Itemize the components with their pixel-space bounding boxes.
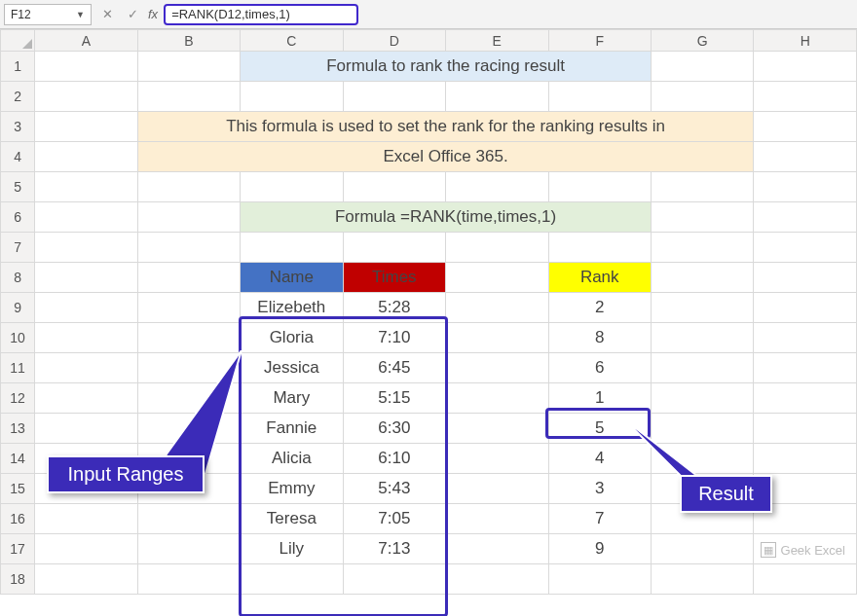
cell[interactable] xyxy=(651,534,753,564)
cell[interactable] xyxy=(35,82,137,112)
row-header[interactable]: 14 xyxy=(1,444,35,474)
data-name-cell[interactable]: Elizebeth xyxy=(241,293,343,323)
data-times-cell[interactable]: 6:45 xyxy=(343,353,445,383)
row-header[interactable]: 9 xyxy=(1,293,35,323)
data-rank-cell[interactable]: 6 xyxy=(548,353,651,383)
cell[interactable] xyxy=(446,172,548,202)
cell[interactable] xyxy=(754,172,857,202)
row-header[interactable]: 1 xyxy=(1,52,35,82)
cell[interactable] xyxy=(35,414,137,444)
cell[interactable] xyxy=(241,564,343,595)
col-header[interactable]: F xyxy=(548,30,651,52)
cell[interactable] xyxy=(548,233,651,263)
cell[interactable] xyxy=(137,293,240,323)
col-header[interactable]: E xyxy=(446,30,548,52)
formula-input[interactable]: =RANK(D12,times,1) xyxy=(164,4,358,25)
row-header[interactable]: 10 xyxy=(1,323,35,353)
data-rank-cell[interactable]: 7 xyxy=(548,504,651,534)
row-header[interactable]: 2 xyxy=(1,82,35,112)
cell[interactable] xyxy=(754,353,857,383)
table-header-times[interactable]: Times xyxy=(343,263,445,293)
fx-icon[interactable]: fx xyxy=(148,7,158,21)
cell[interactable] xyxy=(651,82,753,112)
row-header[interactable]: 8 xyxy=(1,263,35,293)
data-rank-cell[interactable]: 9 xyxy=(548,534,651,564)
col-header[interactable]: D xyxy=(343,30,445,52)
cell[interactable] xyxy=(754,564,857,595)
row-header[interactable]: 4 xyxy=(1,142,35,172)
cell[interactable] xyxy=(35,353,137,383)
row-header[interactable]: 15 xyxy=(1,474,35,504)
cell[interactable] xyxy=(446,504,548,534)
cancel-icon[interactable]: ✕ xyxy=(97,5,117,24)
row-header[interactable]: 11 xyxy=(1,353,35,383)
cell[interactable] xyxy=(651,172,753,202)
cell[interactable] xyxy=(343,564,445,595)
cell[interactable] xyxy=(35,504,137,534)
data-times-cell[interactable]: 7:10 xyxy=(343,323,445,353)
cell[interactable] xyxy=(137,202,240,233)
cell[interactable] xyxy=(754,263,857,293)
cell[interactable] xyxy=(446,414,548,444)
cell[interactable] xyxy=(35,172,137,202)
cell[interactable] xyxy=(651,293,753,323)
cell[interactable] xyxy=(137,233,240,263)
cell[interactable] xyxy=(548,172,651,202)
select-all-corner[interactable] xyxy=(1,30,35,52)
row-header[interactable]: 18 xyxy=(1,564,35,595)
cell[interactable] xyxy=(651,263,753,293)
row-header[interactable]: 7 xyxy=(1,233,35,263)
name-box[interactable]: F12 ▼ xyxy=(4,4,92,25)
cell[interactable] xyxy=(754,52,857,82)
cell[interactable] xyxy=(446,263,548,293)
cell[interactable] xyxy=(343,172,445,202)
data-name-cell[interactable]: Gloria xyxy=(241,323,343,353)
cell[interactable] xyxy=(35,293,137,323)
data-times-cell[interactable]: 7:05 xyxy=(343,504,445,534)
data-times-cell[interactable]: 5:43 xyxy=(343,474,445,504)
data-name-cell[interactable]: Emmy xyxy=(241,474,343,504)
cell[interactable] xyxy=(651,233,753,263)
cell[interactable] xyxy=(754,233,857,263)
row-header[interactable]: 3 xyxy=(1,112,35,142)
cell[interactable] xyxy=(446,233,548,263)
cell[interactable] xyxy=(754,414,857,444)
cell[interactable] xyxy=(343,82,445,112)
cell[interactable] xyxy=(343,233,445,263)
cell[interactable] xyxy=(137,504,240,534)
cell[interactable] xyxy=(35,112,137,142)
cell[interactable] xyxy=(754,293,857,323)
cell[interactable] xyxy=(651,52,753,82)
cell[interactable] xyxy=(446,293,548,323)
description-cell[interactable]: Excel Office 365. xyxy=(137,142,754,172)
cell[interactable] xyxy=(754,82,857,112)
cell[interactable] xyxy=(754,383,857,414)
title-cell[interactable]: Formula to rank the racing result xyxy=(241,52,652,82)
data-rank-cell[interactable]: 8 xyxy=(548,323,651,353)
cell[interactable] xyxy=(446,474,548,504)
table-header-name[interactable]: Name xyxy=(241,263,343,293)
cell[interactable] xyxy=(548,564,651,595)
data-rank-cell[interactable]: 2 xyxy=(548,293,651,323)
cell[interactable] xyxy=(446,383,548,414)
cell[interactable] xyxy=(35,52,137,82)
cell[interactable] xyxy=(446,323,548,353)
data-name-cell[interactable]: Lily xyxy=(241,534,343,564)
cell[interactable] xyxy=(754,444,857,474)
cell[interactable] xyxy=(35,233,137,263)
col-header[interactable]: C xyxy=(241,30,343,52)
cell[interactable] xyxy=(651,353,753,383)
cell[interactable] xyxy=(137,263,240,293)
data-times-cell[interactable]: 6:10 xyxy=(343,444,445,474)
cell[interactable] xyxy=(651,564,753,595)
col-header[interactable]: G xyxy=(651,30,753,52)
cell[interactable] xyxy=(651,383,753,414)
cell[interactable] xyxy=(548,82,651,112)
cell[interactable] xyxy=(651,323,753,353)
row-header[interactable]: 5 xyxy=(1,172,35,202)
row-header[interactable]: 13 xyxy=(1,414,35,444)
col-header[interactable]: A xyxy=(35,30,137,52)
cell[interactable] xyxy=(446,534,548,564)
cell[interactable] xyxy=(446,564,548,595)
data-times-cell[interactable]: 5:28 xyxy=(343,293,445,323)
